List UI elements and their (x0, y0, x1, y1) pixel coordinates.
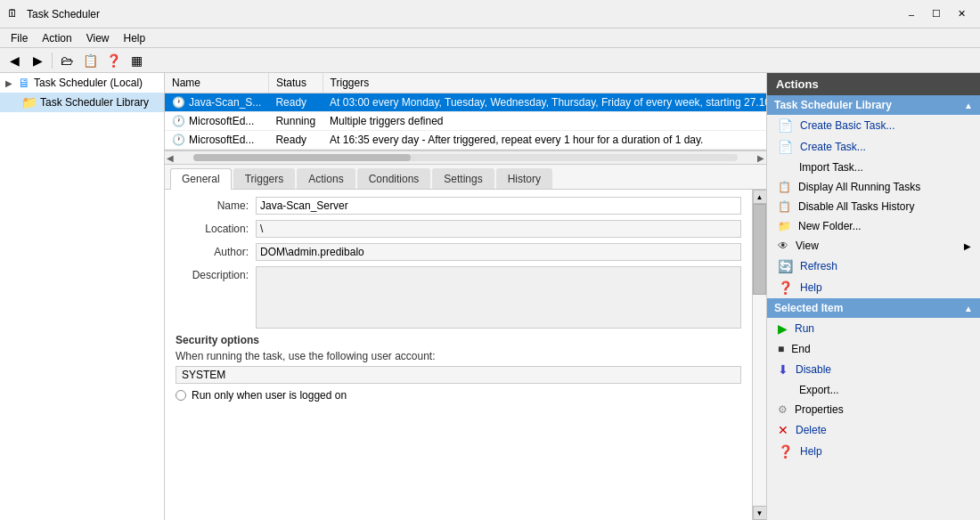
actions-section-library[interactable]: Task Scheduler Library ▲ (767, 95, 980, 115)
action-disable-history[interactable]: 📋 Disable All Tasks History (767, 197, 980, 216)
disable-history-icon: 📋 (778, 200, 791, 213)
action-view-label: View (796, 240, 819, 252)
action-disable-history-label: Disable All Tasks History (798, 200, 915, 213)
action-create-basic-label: Create Basic Task... (800, 119, 895, 132)
tab-conditions[interactable]: Conditions (357, 168, 431, 189)
action-view[interactable]: 👁 View ▶ (767, 236, 980, 256)
menu-action[interactable]: Action (35, 30, 78, 46)
minimize-button[interactable]: – (900, 5, 923, 23)
radio-row: Run only when user is logged on (176, 389, 741, 402)
action-create-task[interactable]: 📄 Create Task... (767, 136, 980, 158)
vscroll-up[interactable]: ▲ (753, 190, 767, 204)
task-cell-status: Running (268, 112, 323, 131)
task-row[interactable]: 🕐MicrosoftEd... Running Multiple trigger… (165, 112, 766, 131)
security-header: Security options (176, 334, 741, 346)
tree-root-icon: 🖥 (18, 76, 30, 90)
toolbar-folder[interactable]: 🗁 (56, 51, 78, 70)
view-submenu-arrow: ▶ (964, 241, 971, 251)
action-run-label: Run (795, 322, 814, 335)
maximize-button[interactable]: ☐ (925, 5, 948, 23)
tab-triggers[interactable]: Triggers (233, 168, 296, 189)
description-value[interactable] (256, 266, 741, 329)
toolbar-help[interactable]: ❓ (102, 51, 124, 70)
vscroll[interactable]: ▲ ▼ (752, 190, 766, 520)
action-import-label: Import Task... (799, 161, 863, 174)
action-end[interactable]: ■ End (767, 339, 980, 359)
toolbar-view[interactable]: ▦ (126, 51, 147, 70)
tree-library-label: Task Scheduler Library (40, 96, 149, 109)
action-help-library[interactable]: ❓ Help (767, 277, 980, 298)
action-create-basic[interactable]: 📄 Create Basic Task... (767, 115, 980, 136)
tree-library[interactable]: 📁 Task Scheduler Library (0, 93, 164, 112)
action-export-label: Export... (799, 384, 839, 396)
task-row[interactable]: 🕐MicrosoftEd... Ready At 16:35 every day… (165, 131, 766, 150)
action-new-folder[interactable]: 📁 New Folder... (767, 216, 980, 236)
task-cell-trigger: Multiple triggers defined (323, 112, 766, 131)
action-disable-label: Disable (796, 363, 831, 376)
hscroll-track[interactable] (193, 154, 738, 161)
right-panel: Actions Task Scheduler Library ▲ 📄 Creat… (766, 73, 980, 520)
hscroll-right[interactable]: ▶ (755, 153, 766, 163)
action-delete[interactable]: ✕ Delete (767, 419, 980, 441)
name-value[interactable]: Java-Scan_Server (256, 197, 741, 215)
tree-root[interactable]: ▶ 🖥 Task Scheduler (Local) (0, 73, 164, 93)
end-icon: ■ (778, 343, 784, 355)
disable-icon: ⬇ (778, 362, 788, 377)
title-bar: 🗓 Task Scheduler – ☐ ✕ (0, 0, 980, 28)
task-icon: 🕐 (172, 96, 185, 109)
action-import[interactable]: Import Task... (767, 158, 980, 177)
action-refresh[interactable]: 🔄 Refresh (767, 256, 980, 277)
radio-logged-on-label: Run only when user is logged on (192, 389, 347, 402)
tree-root-arrow: ▶ (5, 78, 14, 88)
action-end-label: End (791, 343, 810, 355)
tree-library-icon: 📁 (21, 95, 37, 110)
toolbar-clipboard[interactable]: 📋 (79, 51, 101, 70)
actions-section-selected-arrow: ▲ (964, 304, 973, 313)
task-cell-status: Ready (268, 131, 323, 150)
action-disable[interactable]: ⬇ Disable (767, 359, 980, 380)
actions-section-selected[interactable]: Selected Item ▲ (767, 298, 980, 318)
hscroll-thumb[interactable] (193, 154, 411, 161)
tab-actions[interactable]: Actions (297, 168, 355, 189)
task-cell-name: 🕐MicrosoftEd... (165, 112, 268, 131)
action-properties[interactable]: ⚙ Properties (767, 400, 980, 419)
details-panel: General Triggers Actions Conditions Sett… (165, 165, 766, 520)
menu-bar: File Action View Help (0, 28, 980, 48)
action-run[interactable]: ▶ Run (767, 318, 980, 339)
action-export[interactable]: Export... (767, 380, 980, 400)
user-account-box[interactable]: SYSTEM (176, 366, 741, 384)
menu-help[interactable]: Help (117, 30, 153, 46)
menu-file[interactable]: File (4, 30, 35, 46)
action-properties-label: Properties (795, 403, 844, 416)
action-help-selected[interactable]: ❓ Help (767, 441, 980, 462)
tab-general[interactable]: General (170, 168, 232, 190)
toolbar-back[interactable]: ◀ (4, 51, 25, 70)
vscroll-track[interactable] (753, 204, 766, 506)
title-bar-controls: – ☐ ✕ (900, 5, 973, 23)
close-button[interactable]: ✕ (950, 5, 973, 23)
help-library-icon: ❓ (778, 280, 793, 295)
tab-settings[interactable]: Settings (432, 168, 494, 189)
action-display-running[interactable]: 📋 Display All Running Tasks (767, 177, 980, 197)
col-triggers[interactable]: Triggers (323, 73, 766, 93)
hscroll-area[interactable]: ◀ ▶ (165, 150, 766, 165)
task-cell-trigger: At 16:35 every day - After triggered, re… (323, 131, 766, 150)
view-icon: 👁 (778, 240, 788, 252)
task-icon: 🕐 (172, 134, 185, 146)
col-status[interactable]: Status (268, 73, 323, 93)
actions-section-library-arrow: ▲ (964, 101, 973, 110)
tab-history[interactable]: History (496, 168, 552, 189)
location-value: \ (256, 220, 741, 238)
menu-view[interactable]: View (79, 30, 117, 46)
toolbar-sep-1 (52, 53, 53, 69)
new-folder-icon: 📁 (778, 220, 791, 232)
security-text: When running the task, use the following… (176, 350, 741, 362)
task-row[interactable]: 🕐Java-Scan_S... Ready At 03:00 every Mon… (165, 93, 766, 112)
vscroll-thumb[interactable] (753, 204, 766, 295)
col-name[interactable]: Name (165, 73, 268, 93)
radio-logged-on[interactable] (176, 390, 186, 401)
hscroll-left[interactable]: ◀ (165, 153, 176, 163)
vscroll-down[interactable]: ▼ (753, 506, 767, 520)
tab-bar: General Triggers Actions Conditions Sett… (165, 165, 766, 190)
toolbar-forward[interactable]: ▶ (27, 51, 48, 70)
